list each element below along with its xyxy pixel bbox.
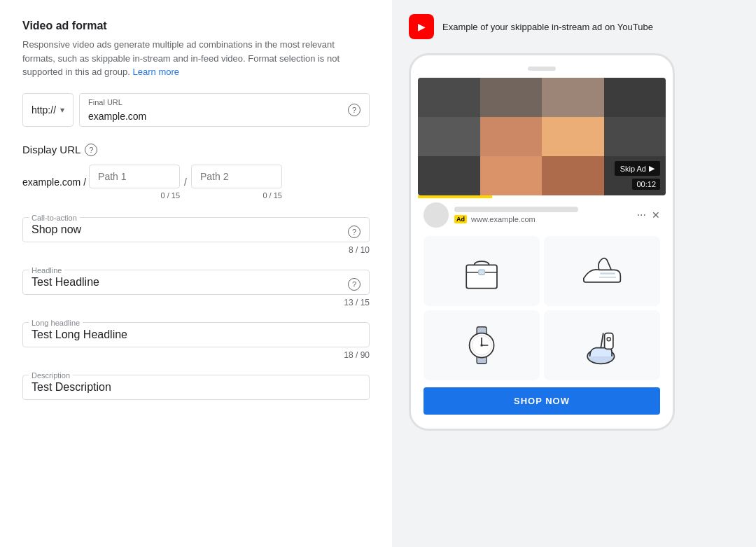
ad-title-bar	[454, 207, 578, 212]
ad-badge: Ad	[454, 215, 467, 223]
ad-info-bar: Ad www.example.com ··· ✕	[418, 198, 666, 232]
svg-line-12	[601, 333, 603, 348]
headline-help-icon[interactable]: ?	[348, 278, 360, 291]
product-card-mixer	[544, 310, 660, 380]
svg-point-9	[480, 344, 483, 347]
learn-more-link[interactable]: Learn more	[133, 67, 179, 77]
bag-icon	[441, 247, 522, 296]
display-url-section: Display URL ? example.com / 0 / 15 / 0 /…	[22, 144, 370, 200]
svg-point-13	[607, 338, 610, 341]
phone-mockup: Skip Ad ▶ 00:12 Ad www.example.com ··· ✕	[409, 53, 675, 431]
description-fieldset: Description	[22, 371, 370, 400]
product-grid	[418, 232, 666, 385]
shop-now-button[interactable]: SHOP NOW	[424, 387, 660, 415]
section-title: Video ad format	[22, 20, 370, 32]
svg-rect-2	[479, 270, 485, 275]
preview-header-text: Example of your skippable in-stream ad o…	[442, 22, 653, 32]
headline-field-group: Headline ? 13 / 15	[22, 266, 370, 307]
path-row: example.com / 0 / 15 / 0 / 15	[22, 165, 370, 200]
display-url-label: Display URL ?	[22, 144, 370, 156]
final-url-help-icon[interactable]: ?	[348, 104, 360, 116]
ad-text-block: Ad www.example.com	[454, 207, 631, 223]
preview-header: Example of your skippable in-stream ad o…	[409, 14, 653, 39]
long-headline-input[interactable]	[31, 328, 341, 341]
long-headline-count: 18 / 90	[22, 350, 370, 360]
right-panel: Example of your skippable in-stream ad o…	[392, 0, 756, 547]
product-card-bag	[424, 236, 540, 306]
final-url-field[interactable]: Final URL ?	[79, 93, 370, 127]
ad-thumbnail	[424, 202, 449, 228]
mixer-icon	[561, 321, 643, 370]
base-url-text: example.com /	[22, 176, 86, 188]
product-card-watch	[424, 310, 540, 380]
path1-input[interactable]	[89, 165, 180, 188]
url-row: http:// ▾ Final URL ?	[22, 93, 370, 127]
svg-rect-0	[466, 265, 497, 288]
product-card-shoe	[544, 236, 660, 306]
ad-controls: ··· ✕	[637, 209, 660, 221]
description-field-group: Description	[22, 371, 370, 400]
description-input[interactable]	[31, 381, 341, 394]
path-slash-separator: /	[184, 176, 187, 188]
video-background	[418, 78, 666, 195]
video-area: Skip Ad ▶ 00:12	[418, 78, 666, 195]
long-headline-fieldset: Long headline	[22, 319, 370, 347]
cta-count: 8 / 10	[22, 245, 370, 255]
final-url-input[interactable]	[88, 111, 341, 122]
more-options-icon[interactable]: ···	[637, 209, 646, 221]
ad-url: www.example.com	[471, 215, 536, 223]
long-headline-legend: Long headline	[29, 319, 83, 327]
description-legend: Description	[29, 371, 73, 380]
headline-input[interactable]	[31, 276, 341, 289]
cta-help-icon[interactable]: ?	[348, 226, 360, 238]
phone-speaker	[528, 67, 556, 71]
path2-input[interactable]	[191, 165, 282, 188]
cta-input[interactable]	[31, 223, 341, 236]
final-url-label: Final URL	[88, 98, 122, 106]
left-panel: Video ad format Responsive video ads gen…	[0, 0, 392, 547]
cta-field-group: Call-to-action ? 8 / 10	[22, 214, 370, 255]
ad-badge-row: Ad www.example.com	[454, 215, 631, 223]
shoe-icon	[561, 247, 643, 296]
youtube-icon	[409, 14, 434, 39]
path1-field-wrap: 0 / 15	[89, 165, 180, 200]
close-icon[interactable]: ✕	[652, 209, 660, 221]
final-url-field-wrap: Final URL ?	[79, 93, 370, 127]
url-protocol-dropdown[interactable]: http:// ▾	[22, 93, 74, 127]
cta-fieldset: Call-to-action ?	[22, 214, 370, 242]
skip-arrow-icon: ▶	[649, 164, 654, 173]
skip-ad-button[interactable]: Skip Ad ▶	[615, 161, 660, 176]
headline-legend: Headline	[29, 266, 64, 275]
display-url-help-icon[interactable]: ?	[85, 144, 97, 156]
path2-count: 0 / 15	[262, 191, 282, 200]
path2-field-wrap: 0 / 15	[191, 165, 282, 200]
path1-count: 0 / 15	[161, 191, 181, 200]
headline-count: 13 / 15	[22, 298, 370, 307]
headline-fieldset: Headline ?	[22, 266, 370, 295]
watch-icon	[441, 321, 522, 370]
chevron-down-icon: ▾	[60, 105, 64, 115]
section-description: Responsive video ads generate multiple a…	[22, 38, 370, 79]
cta-legend: Call-to-action	[29, 214, 80, 222]
video-timer: 00:12	[632, 179, 660, 190]
long-headline-field-group: Long headline 18 / 90	[22, 319, 370, 360]
